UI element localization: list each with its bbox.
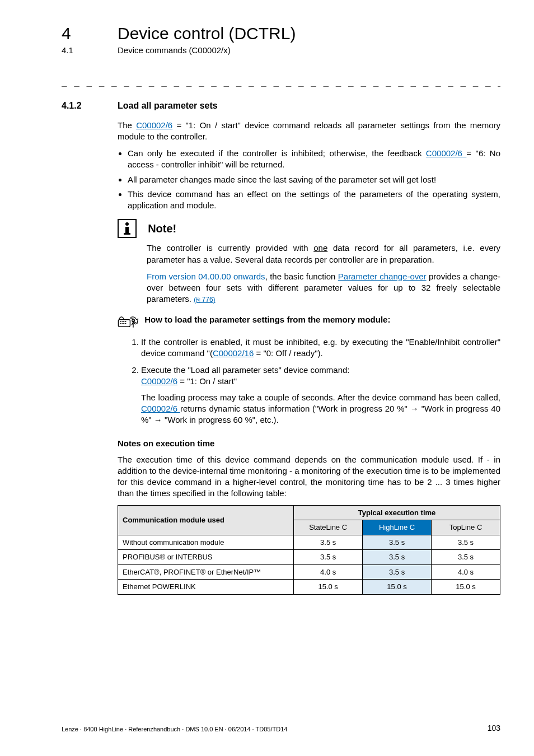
cell-value: 3.5 s: [363, 564, 432, 580]
table-row: PROFIBUS® or INTERBUS 3.5 s 3.5 s 3.5 s: [118, 550, 500, 565]
list-item: If the controller is enabled, it must be…: [141, 337, 500, 360]
info-icon: [118, 219, 137, 238]
table-header-time: Typical execution time: [294, 505, 500, 520]
page-number: 103: [488, 723, 500, 734]
list-item: Execute the "Load all parameter sets" de…: [141, 365, 500, 426]
execution-time-table: Communication module used Typical execut…: [118, 505, 500, 595]
chapter-title: Device control (DCTRL): [118, 22, 296, 45]
cell-value: 3.5 s: [363, 535, 432, 550]
note-box: Note! The controller is currently provid…: [118, 219, 500, 305]
cell-label: Ethernet POWERLINK: [118, 580, 294, 595]
text: The controller is currently provided wit…: [147, 243, 313, 253]
text: returns dynamic status information ("Wor…: [141, 404, 500, 424]
svg-rect-0: [118, 319, 130, 326]
table-row: EtherCAT®, PROFINET® or EtherNet/IP™ 4.0…: [118, 564, 500, 580]
page-footer: Lenze · 8400 HighLine · Referenzhandbuch…: [62, 725, 500, 734]
separator-line: _ _ _ _ _ _ _ _ _ _ _ _ _ _ _ _ _ _ _ _ …: [62, 76, 500, 88]
text: Can only be executed if the controller i…: [128, 148, 426, 158]
feature-link[interactable]: Parameter change-over: [338, 272, 427, 281]
cell-label: Without communication module: [118, 535, 294, 550]
list-item: This device command has an effect on the…: [128, 189, 500, 212]
table-row: Ethernet POWERLINK 15.0 s 15.0 s 15.0 s: [118, 580, 500, 595]
param-link[interactable]: C00002/6: [426, 148, 467, 158]
note-paragraph: The controller is currently provided wit…: [147, 242, 500, 265]
note-title: Note!: [148, 219, 176, 238]
exec-heading: Notes on execution time: [118, 438, 500, 449]
table-header-module: Communication module used: [118, 505, 294, 535]
cell-value: 4.0 s: [432, 564, 500, 580]
param-link[interactable]: C00002/6: [136, 120, 172, 130]
cell-value: 4.0 s: [294, 564, 363, 580]
cell-value: 15.0 s: [294, 580, 363, 595]
version-note: From version 04.00.00 onwards: [147, 272, 265, 281]
col-stateline: StateLine C: [294, 520, 363, 535]
list-item: All parameter changes made since the las…: [128, 174, 500, 185]
cell-value: 3.5 s: [363, 550, 432, 565]
section-title-top: Device commands (C00002/x): [118, 45, 231, 56]
text: The loading process may take a couple of…: [141, 393, 500, 402]
cell-value: 15.0 s: [363, 580, 432, 595]
cell-value: 3.5 s: [432, 535, 500, 550]
param-link[interactable]: C00002/6: [141, 404, 180, 413]
steps-list: If the controller is enabled, it must be…: [130, 337, 500, 426]
param-link[interactable]: C00002/6: [141, 376, 177, 386]
cell-value: 3.5 s: [432, 550, 500, 565]
chapter-number: 4: [62, 22, 71, 45]
cell-value: 15.0 s: [432, 580, 500, 595]
col-highline: HighLine C: [363, 520, 432, 535]
exec-paragraph: The execution time of this device comman…: [118, 454, 500, 500]
cell-value: 3.5 s: [294, 535, 363, 550]
howto-title: How to load the parameter settings from …: [144, 315, 390, 324]
bullet-list: Can only be executed if the controller i…: [118, 148, 500, 211]
table-row: Without communication module 3.5 s 3.5 s…: [118, 535, 500, 550]
underlined-text: one: [313, 243, 327, 253]
cell-value: 3.5 s: [294, 550, 363, 565]
text: = "1: On / start": [177, 376, 237, 386]
svg-point-7: [132, 319, 134, 321]
footer-text: Lenze · 8400 HighLine · Referenzhandbuch…: [62, 726, 287, 732]
subsection-title: Load all parameter sets: [118, 100, 500, 112]
section-number-top: 4.1: [62, 45, 73, 56]
procedure-icon: [118, 314, 142, 331]
intro-paragraph: The C00002/6 = "1: On / start" device co…: [118, 120, 500, 143]
cell-label: EtherCAT®, PROFINET® or EtherNet/IP™: [118, 564, 294, 580]
param-link[interactable]: C00002/16: [213, 348, 254, 358]
col-topline: TopLine C: [432, 520, 500, 535]
list-item: Can only be executed if the controller i…: [128, 148, 500, 171]
page-ref-link[interactable]: (⎘ 776): [194, 296, 215, 304]
text: = "0: Off / ready").: [254, 348, 322, 358]
subsection-number: 4.1.2: [62, 100, 82, 112]
cell-label: PROFIBUS® or INTERBUS: [118, 550, 294, 565]
note-paragraph: From version 04.00.00 onwards, the basic…: [147, 271, 500, 305]
howto-heading-row: How to load the parameter settings from …: [118, 314, 500, 331]
text: The: [118, 120, 136, 130]
text: Execute the "Load all parameter sets" de…: [141, 365, 350, 375]
text: , the basic function: [265, 272, 338, 281]
step-sub-paragraph: The loading process may take a couple of…: [141, 392, 500, 426]
text: = "1: On / start" device command reloads…: [118, 120, 500, 141]
